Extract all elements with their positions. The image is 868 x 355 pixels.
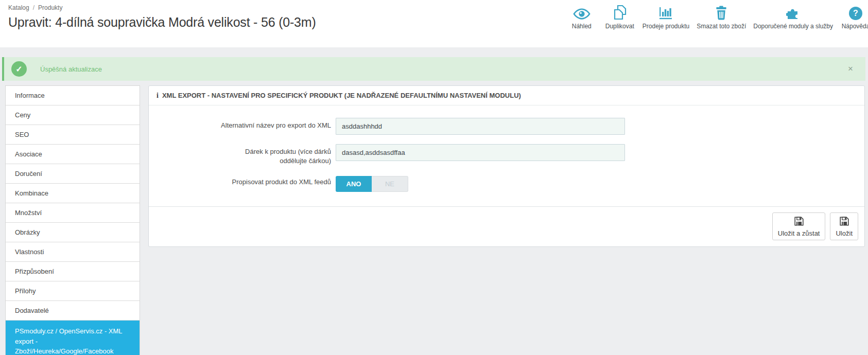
- tab-seo[interactable]: SEO: [6, 125, 140, 145]
- duplicate-icon: [612, 5, 628, 20]
- alt-name-input[interactable]: [336, 118, 625, 135]
- tab-psmoduly-xml-export[interactable]: PSmoduly.cz / OpenServis.cz - XML export…: [6, 321, 140, 355]
- form-row-feed-toggle: Propisovat produkt do XML feedů ANO NE: [157, 174, 857, 192]
- save-and-stay-button[interactable]: Uložit a zůstat: [772, 212, 826, 240]
- tab-informace[interactable]: Informace: [6, 86, 140, 105]
- puzzle-icon: [786, 5, 801, 20]
- duplicate-button[interactable]: Duplikovat: [604, 5, 635, 30]
- tab-ceny[interactable]: Ceny: [6, 105, 140, 125]
- save-label: Uložit: [836, 229, 853, 237]
- breadcrumb-separator: /: [33, 4, 34, 11]
- info-icon: i: [157, 92, 159, 99]
- tab-asociace[interactable]: Asociace: [6, 145, 140, 164]
- tab-kombinace[interactable]: Kombinace: [6, 184, 140, 203]
- recommended-modules-label: Doporučené moduly a služby: [753, 23, 833, 30]
- save-button[interactable]: Uložit: [830, 212, 858, 240]
- help-icon: ?: [849, 7, 862, 20]
- gift-input[interactable]: [336, 144, 625, 161]
- tab-mnozstvi[interactable]: Množství: [6, 203, 140, 223]
- page-header: Katalog/Produkty Upravit: 4-dílná soupra…: [0, 0, 868, 47]
- save-and-stay-label: Uložit a zůstat: [778, 229, 820, 237]
- floppy-icon: [839, 216, 850, 228]
- tab-obrazky[interactable]: Obrázky: [6, 223, 140, 242]
- delete-product-label: Smazat toto zboží: [697, 23, 746, 30]
- panel-heading-text: XML EXPORT - NASTAVENÍ PRO SPECIFICKÝ PR…: [162, 92, 521, 99]
- gift-label: Dárek k produktu (více dárků oddělujte č…: [220, 144, 331, 165]
- xml-export-form: Alternativní název pro export do XML Dár…: [149, 105, 864, 206]
- eye-icon: [573, 5, 591, 20]
- panel-footer: Uložit a zůstat Uložit: [149, 206, 864, 246]
- success-message: Úspěšná aktualizace: [40, 65, 102, 73]
- toggle-no-option[interactable]: NE: [372, 176, 408, 192]
- success-alert: ✓ Úspěšná aktualizace ×: [2, 57, 865, 81]
- alert-close-icon[interactable]: ×: [848, 64, 853, 73]
- product-sales-button[interactable]: Prodeje produktu: [643, 5, 689, 30]
- tab-prizpusobeni[interactable]: Přizpůsobení: [6, 262, 140, 281]
- panel-heading: iXML EXPORT - NASTAVENÍ PRO SPECIFICKÝ P…: [149, 86, 864, 105]
- preview-label: Náhled: [572, 23, 592, 30]
- preview-button[interactable]: Náhled: [566, 5, 597, 30]
- form-row-gift: Dárek k produktu (více dárků oddělujte č…: [157, 144, 857, 165]
- recommended-modules-button[interactable]: Doporučené moduly a služby: [753, 5, 833, 30]
- xml-export-panel: iXML EXPORT - NASTAVENÍ PRO SPECIFICKÝ P…: [148, 85, 865, 247]
- duplicate-label: Duplikovat: [605, 23, 634, 30]
- success-check-icon: ✓: [11, 61, 27, 77]
- trash-icon: [715, 5, 727, 20]
- toggle-yes-option[interactable]: ANO: [336, 176, 372, 192]
- tab-prilohy[interactable]: Přílohy: [6, 281, 140, 301]
- tab-doruceni[interactable]: Doručení: [6, 164, 140, 184]
- bar-chart-icon: [658, 5, 673, 20]
- alt-name-label: Alternativní název pro export do XML: [220, 118, 331, 130]
- form-row-alt-name: Alternativní název pro export do XML: [157, 118, 857, 135]
- help-button[interactable]: ? Nápověda: [840, 5, 868, 30]
- feed-toggle-label: Propisovat produkt do XML feedů: [220, 174, 331, 187]
- product-sales-label: Prodeje produktu: [643, 23, 689, 30]
- xml-feed-toggle: ANO NE: [336, 176, 408, 192]
- breadcrumb-products-link[interactable]: Produkty: [38, 4, 62, 11]
- floppy-icon: [793, 216, 805, 228]
- tab-vlastnosti[interactable]: Vlastnosti: [6, 242, 140, 262]
- breadcrumb-catalog-link[interactable]: Katalog: [8, 4, 29, 11]
- toolbar: Náhled Duplikovat: [566, 5, 868, 30]
- delete-product-button[interactable]: Smazat toto zboží: [697, 5, 746, 30]
- tab-dodavatele[interactable]: Dodavatelé: [6, 301, 140, 321]
- content-area: Informace Ceny SEO Asociace Doručení Kom…: [0, 85, 868, 355]
- help-label: Nápověda: [842, 23, 868, 30]
- product-tabs-sidebar: Informace Ceny SEO Asociace Doručení Kom…: [5, 85, 140, 355]
